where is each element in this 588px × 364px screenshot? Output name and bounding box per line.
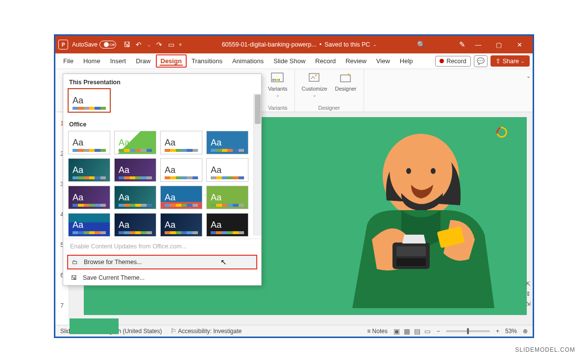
svg-rect-3 <box>276 79 278 81</box>
tab-home[interactable]: Home <box>78 54 105 68</box>
cursor-icon: ↖ <box>220 258 227 267</box>
titlebar: P AutoSave Off 🖫 ↶ ⌄ ↷ ▭ ▾ 60559-01-digi… <box>55 36 533 53</box>
illustration-man-pos <box>338 122 514 308</box>
tab-view[interactable]: View <box>371 54 395 68</box>
tab-file[interactable]: File <box>58 54 78 68</box>
tab-record[interactable]: Record <box>310 54 341 68</box>
theme-office-13[interactable]: Aa <box>68 213 110 237</box>
svg-rect-7 <box>341 75 350 82</box>
theme-office-4[interactable]: Aa <box>206 131 248 154</box>
fit-window-icon[interactable]: ⊕ <box>523 328 528 335</box>
theme-office-11[interactable]: Aa <box>160 186 202 209</box>
theme-office-9[interactable]: Aa <box>68 186 110 209</box>
theme-office-10[interactable]: Aa <box>114 186 156 209</box>
tab-draw[interactable]: Draw <box>131 54 155 68</box>
maximize-button[interactable]: ▢ <box>489 36 509 53</box>
theme-office-5[interactable]: Aa <box>68 158 110 182</box>
toggle-pill[interactable]: Off <box>99 41 116 49</box>
collapse-ribbon[interactable]: ⌄ <box>521 69 533 112</box>
variants-icon <box>270 72 285 85</box>
tab-help[interactable]: Help <box>395 54 418 68</box>
theme-office-3[interactable]: Aa <box>160 131 202 154</box>
document-title: 60559-01-digital-banking-powerp... • Sav… <box>184 41 415 48</box>
draw-tool-icon[interactable]: ✎ <box>456 39 468 50</box>
arrow-up-icon[interactable]: ⇱ <box>526 281 531 288</box>
svg-point-6 <box>315 74 317 76</box>
record-button[interactable]: Record <box>435 56 470 67</box>
theme-office-2[interactable]: Aa <box>114 131 156 154</box>
notes-button[interactable]: ≡ Notes <box>367 328 388 335</box>
themes-dropdown-panel: This Presentation Aa Office Aa Aa Aa Aa … <box>63 73 262 286</box>
theme-office-12[interactable]: Aa <box>206 186 248 209</box>
theme-office-16[interactable]: Aa <box>206 213 248 237</box>
svg-rect-14 <box>396 258 426 266</box>
tab-slideshow[interactable]: Slide Show <box>269 54 310 68</box>
panel-scrollbar[interactable] <box>253 94 261 236</box>
share-icon: ⇧ <box>495 57 501 65</box>
chevron-down-icon[interactable]: ⌄ <box>373 42 377 47</box>
theme-office-7[interactable]: Aa <box>160 158 202 182</box>
svg-rect-2 <box>274 79 276 81</box>
side-zoom-icons: ⇱ ⇕ ⇲ <box>526 281 531 307</box>
zoom-out-icon[interactable]: − <box>437 328 440 335</box>
group-customize: Customize⌄ Designer Designer <box>295 69 364 112</box>
theme-office-14[interactable]: Aa <box>114 213 156 237</box>
redo-icon[interactable]: ↷ <box>153 39 165 50</box>
watermark: SLIDEMODEL.COM <box>515 346 575 353</box>
arrows-updown-icon[interactable]: ⇕ <box>526 291 531 297</box>
svg-rect-1 <box>272 79 274 81</box>
theme-current[interactable]: Aa <box>68 89 110 112</box>
search-icon[interactable]: 🔍 <box>415 39 427 50</box>
share-button[interactable]: ⇧Share⌄ <box>490 55 530 67</box>
zoom-slider[interactable] <box>446 330 490 332</box>
designer-icon <box>339 72 353 85</box>
tab-insert[interactable]: Insert <box>105 54 131 68</box>
variants-button[interactable]: Variants⌄ <box>266 71 290 98</box>
app-icon: P <box>58 40 68 49</box>
browse-for-themes[interactable]: 🗀 Browse for Themes... ↖ <box>67 255 257 269</box>
folder-icon: 🗀 <box>71 259 79 266</box>
save-current-theme[interactable]: 🖫 Save Current Theme... <box>63 270 261 285</box>
present-icon[interactable]: ▭ <box>165 39 177 50</box>
zoom-value[interactable]: 53% <box>505 328 517 335</box>
slideshow-view-icon[interactable]: ▭ <box>424 327 431 335</box>
enable-content-updates: Enable Content Updates from Office.com..… <box>63 239 261 254</box>
reading-view-icon[interactable]: ▤ <box>414 327 420 335</box>
comments-button[interactable]: 💬 <box>474 55 488 67</box>
tab-transitions[interactable]: Transitions <box>187 54 227 68</box>
svg-point-10 <box>406 168 411 174</box>
svg-rect-13 <box>396 246 426 256</box>
arrow-down-icon[interactable]: ⇲ <box>526 300 531 307</box>
theme-office-6[interactable]: Aa <box>114 158 156 182</box>
group-variants: Variants⌄ Variants <box>261 69 295 112</box>
tab-review[interactable]: Review <box>341 54 371 68</box>
tab-design[interactable]: Design <box>156 54 187 68</box>
customize-icon <box>308 72 321 85</box>
svg-point-11 <box>431 168 436 174</box>
thumbnail-slide-7[interactable] <box>70 318 119 334</box>
customize-button[interactable]: Customize⌄ <box>300 71 329 98</box>
statusbar: Slide 1 of 15 English (United States) ⚐ … <box>55 325 533 337</box>
designer-button[interactable]: Designer <box>333 71 359 98</box>
theme-office-1[interactable]: Aa <box>68 131 110 154</box>
thumb-7[interactable]: 7 <box>60 302 64 309</box>
tab-animations[interactable]: Animations <box>227 54 269 68</box>
section-this-presentation: This Presentation <box>63 74 261 89</box>
svg-rect-4 <box>278 79 280 81</box>
section-office: Office <box>63 116 261 131</box>
sorter-view-icon[interactable]: ▦ <box>404 327 410 335</box>
autosave-toggle[interactable]: AutoSave Off <box>72 41 116 49</box>
theme-office-8[interactable]: Aa <box>206 158 248 182</box>
accessibility-status[interactable]: ⚐ Accessibility: Investigate <box>171 327 242 335</box>
close-button[interactable]: ✕ <box>509 36 530 53</box>
undo-icon[interactable]: ↶ <box>133 39 145 50</box>
theme-office-15[interactable]: Aa <box>160 213 202 237</box>
normal-view-icon[interactable]: ▣ <box>393 327 400 335</box>
ribbon-tabs: File Home Insert Draw Design Transitions… <box>55 53 533 69</box>
save-icon: 🖫 <box>70 274 78 281</box>
minimize-button[interactable]: — <box>468 36 489 53</box>
save-icon[interactable]: 🖫 <box>121 39 133 50</box>
autosave-label: AutoSave <box>72 41 98 48</box>
zoom-in-icon[interactable]: + <box>496 328 499 335</box>
